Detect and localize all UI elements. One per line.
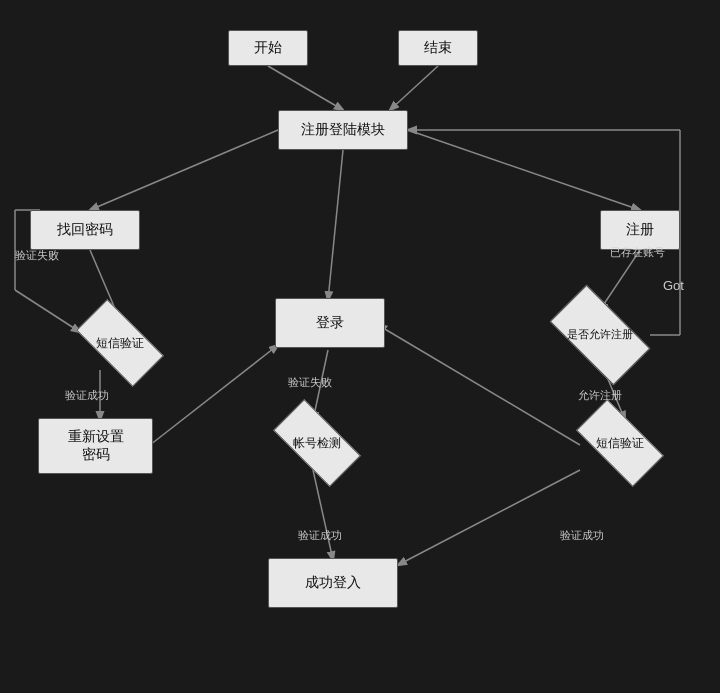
node-login: 登录 [275, 298, 385, 348]
edge-label-verify-success-1: 验证成功 [65, 388, 109, 403]
node-allow-register: 是否允许注册 [540, 305, 660, 365]
node-start: 开始 [228, 30, 308, 66]
svg-line-0 [268, 66, 343, 110]
node-find-password: 找回密码 [30, 210, 140, 250]
edge-label-verify-fail-2: 验证失败 [288, 375, 332, 390]
edge-label-allow: 允许注册 [578, 388, 622, 403]
node-success-login: 成功登入 [268, 558, 398, 608]
edge-label-verify-success-2: 验证成功 [298, 528, 342, 543]
node-register: 注册 [600, 210, 680, 250]
edge-label-already-exists: 已存在账号 [610, 245, 665, 260]
node-sms-verify-1: 短信验证 [70, 315, 170, 371]
node-register-login-module: 注册登陆模块 [278, 110, 408, 150]
svg-line-12 [398, 470, 580, 565]
svg-line-1 [390, 66, 438, 110]
edge-label-verify-success-3: 验证成功 [560, 528, 604, 543]
node-reset-password: 重新设置 密码 [38, 418, 153, 474]
node-account-check: 帐号检测 [262, 415, 372, 471]
svg-line-4 [408, 130, 640, 210]
got-text: Got [663, 278, 684, 293]
node-end: 结束 [398, 30, 478, 66]
edge-label-verify-fail-1: 验证失败 [15, 248, 59, 263]
svg-line-2 [90, 130, 278, 210]
node-sms-verify-2: 短信验证 [570, 415, 670, 471]
svg-line-3 [328, 150, 343, 300]
flowchart: 开始 结束 注册登陆模块 找回密码 注册 登录 短信验证 重新设置 密码 帐号检… [0, 0, 720, 693]
